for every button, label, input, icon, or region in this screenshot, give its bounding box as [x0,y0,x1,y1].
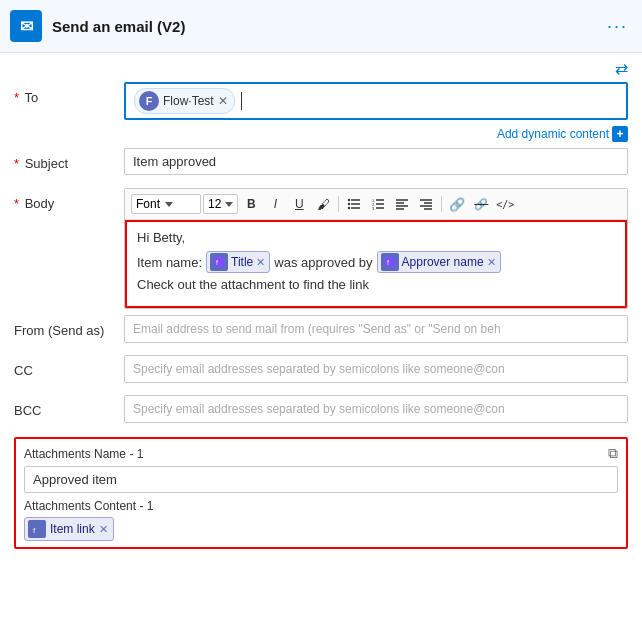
svg-point-5 [348,207,350,209]
from-label: From (Send as) [14,315,124,338]
title-token: f Title ✕ [206,251,270,273]
tag-label: Flow·Test [163,94,214,108]
swap-row: ⇄ [0,53,642,82]
link-button[interactable]: 🔗 [446,193,468,215]
svg-text:3.: 3. [372,206,375,211]
dynamic-content-row: Add dynamic content + [14,126,628,142]
app-icon: ✉ [10,10,42,42]
to-label: * To [14,82,124,105]
body-line-2: Item name: f Title ✕ was approved by f A… [137,251,615,273]
svg-text:f: f [216,259,218,266]
bcc-label: BCC [14,395,124,418]
font-dropdown[interactable]: Font [131,194,201,214]
header-title: Send an email (V2) [52,18,185,35]
approver-token-icon: f [381,253,399,271]
dynamic-content-plus-icon: + [612,126,628,142]
to-tag: F Flow·Test ✕ [134,88,235,114]
to-row: * To F Flow·Test ✕ [14,82,628,120]
ordered-list-button[interactable]: 1.2.3. [367,193,389,215]
attachments-content-label: Attachments Content - 1 [24,499,618,513]
font-chevron-icon [165,202,173,207]
toolbar-separator-1 [338,196,339,212]
tag-close-button[interactable]: ✕ [218,95,228,107]
font-size-chevron-icon [225,202,233,207]
unlink-button[interactable]: 🔗 [470,193,492,215]
item-link-token-close[interactable]: ✕ [99,523,108,536]
italic-button[interactable]: I [264,193,286,215]
unordered-list-button[interactable] [343,193,365,215]
bcc-input[interactable]: Specify email addresses separated by sem… [124,395,628,423]
approver-token-label: Approver name [402,255,484,269]
more-options-button[interactable]: ··· [607,16,628,37]
from-input[interactable]: Email address to send mail from (require… [124,315,628,343]
font-size-dropdown[interactable]: 12 [203,194,238,214]
font-size-value: 12 [208,197,221,211]
body-editor-wrapper: Font 12 B I U 🖌 1.2.3. [124,188,628,309]
subject-row: * Subject [14,148,628,182]
add-dynamic-content-button[interactable]: Add dynamic content + [497,126,628,142]
tag-avatar: F [139,91,159,111]
align-right-button[interactable] [415,193,437,215]
title-token-close[interactable]: ✕ [256,256,265,269]
required-star: * [14,90,19,105]
form-area: * To F Flow·Test ✕ Add dynamic content +… [0,82,642,429]
approver-token-close[interactable]: ✕ [487,256,496,269]
swap-icon[interactable]: ⇄ [615,59,628,78]
cc-input[interactable]: Specify email addresses separated by sem… [124,355,628,383]
attachment-name-input[interactable] [24,466,618,493]
code-button[interactable]: </> [494,193,516,215]
required-star: * [14,196,19,211]
title-token-label: Title [231,255,253,269]
from-row: From (Send as) Email address to send mai… [14,315,628,349]
underline-button[interactable]: U [288,193,310,215]
align-left-button[interactable] [391,193,413,215]
bold-button[interactable]: B [240,193,262,215]
font-label: Font [136,197,160,211]
body-line-1: Hi Betty, [137,230,615,245]
body-line-3: Check out the attachment to find the lin… [137,277,615,292]
paint-button[interactable]: 🖌 [312,193,334,215]
body-row: * Body Font 12 B I U 🖌 [14,188,628,309]
text-cursor [241,92,242,110]
subject-input[interactable] [124,148,628,175]
attachments-section: Attachments Name - 1 ⧉ Attachments Conte… [14,437,628,549]
dynamic-content-label: Add dynamic content [497,127,609,141]
body-label: * Body [14,188,124,211]
attachments-header: Attachments Name - 1 ⧉ [24,445,618,462]
header: ✉ Send an email (V2) ··· [0,0,642,53]
item-link-token-label: Item link [50,522,95,536]
toolbar-separator-2 [441,196,442,212]
required-star: * [14,156,19,171]
body-toolbar: Font 12 B I U 🖌 1.2.3. [125,189,627,220]
svg-point-4 [348,203,350,205]
title-token-icon: f [210,253,228,271]
cc-label: CC [14,355,124,378]
to-field[interactable]: F Flow·Test ✕ [124,82,628,120]
bcc-row: BCC Specify email addresses separated by… [14,395,628,429]
attachments-copy-icon[interactable]: ⧉ [608,445,618,462]
cc-row: CC Specify email addresses separated by … [14,355,628,389]
item-link-token: f Item link ✕ [24,517,114,541]
item-link-token-icon: f [28,520,46,538]
svg-text:f: f [387,259,389,266]
header-left: ✉ Send an email (V2) [10,10,185,42]
subject-label: * Subject [14,148,124,171]
svg-point-3 [348,199,350,201]
body-content[interactable]: Hi Betty, Item name: f Title ✕ was appro… [125,220,627,308]
attachments-name-label: Attachments Name - 1 [24,447,143,461]
approver-token: f Approver name ✕ [377,251,501,273]
